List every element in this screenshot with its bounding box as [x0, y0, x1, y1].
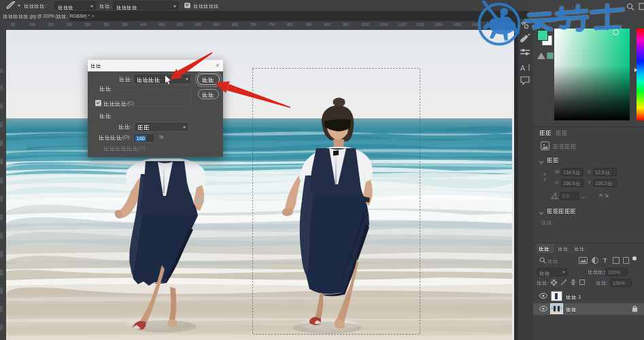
svg-text:A: A — [520, 64, 526, 72]
